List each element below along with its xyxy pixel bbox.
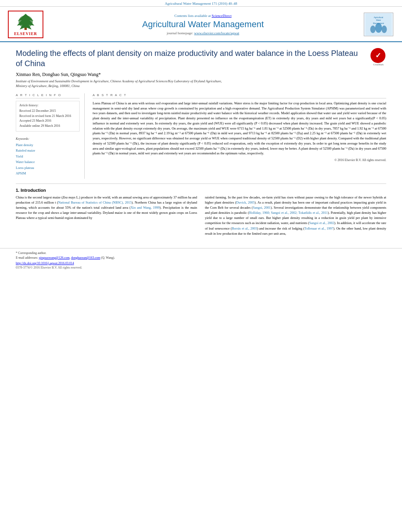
keyword-apsim: APSIM (16, 171, 80, 176)
article-title-section: Modeling the effects of plant density on… (16, 48, 386, 69)
journal-header: ELSEVIER Contents lists available at Sci… (0, 7, 402, 42)
elsevier-logo: ELSEVIER (8, 11, 43, 38)
received-date: Received 22 December 2015 (19, 109, 76, 114)
copyright-line: © 2016 Elsevier B.V. All rights reserved… (93, 158, 386, 162)
crossmark-icon: ✓ (370, 48, 385, 63)
homepage-url[interactable]: www.elsevier.com/locate/agwat (194, 31, 239, 35)
journal-header-center: Contents lists available at ScienceDirec… (49, 14, 357, 35)
online-date: Available online 29 March 2016 (19, 124, 76, 129)
svg-point-9 (382, 26, 387, 33)
sciencedirect-anchor[interactable]: ScienceDirect (212, 14, 231, 18)
footer: * Corresponding author. E-mail addresses… (0, 248, 402, 269)
holliday-link[interactable]: Holliday, 1960; Sangoi et al., 2002; Tok… (249, 211, 328, 215)
intro-left-column: China is the second largest maize (Zea m… (16, 195, 197, 236)
corresponding-author-note: * Corresponding author. (16, 251, 386, 256)
article-history-block: Article history: Received 22 December 20… (16, 101, 80, 132)
main-content: Modeling the effects of plant density on… (0, 42, 402, 240)
svg-text:Water: Water (376, 19, 381, 21)
keywords-block: Keywords: Plant density Rainfed maize Yi… (16, 135, 80, 179)
journal-title: Agricultural Water Management (49, 19, 357, 30)
email-addresses: E-mail addresses: qingsuowang@126.com, d… (16, 256, 386, 260)
svg-point-7 (370, 26, 375, 33)
introduction-section: China is the second largest maize (Zea m… (16, 195, 386, 236)
tollenaar-link[interactable]: Tollenaar et al., 1997 (304, 226, 333, 230)
crossmark-badge: ✓ CrossMark (370, 48, 386, 64)
introduction-heading: 1. Introduction (16, 188, 386, 193)
intro-left-text: China is the second largest maize (Zea m… (16, 195, 197, 221)
history-label: Article history: (19, 104, 76, 107)
doi-link[interactable]: http://dx.doi.org/10.1016/j.agwat.2016.0… (16, 261, 386, 265)
email1-link[interactable]: qingsuowang@126.com (39, 256, 70, 260)
elsevier-brand-text: ELSEVIER (14, 32, 37, 36)
issn-text: 0378-3774/© 2016 Elsevier B.V. All right… (16, 266, 386, 269)
revised-date: Received in revised form 21 March 2016 (19, 114, 76, 119)
article-info-column: A R T I C L E I N F O Article history: R… (16, 93, 85, 179)
svg-point-8 (375, 23, 382, 33)
abstract-column: A B S T R A C T Loess Plateau of China i… (93, 93, 386, 179)
abstract-label: A B S T R A C T (93, 93, 386, 98)
sangoi-link[interactable]: Sangoi, 2001 (253, 206, 270, 209)
authors: Xinmao Ren, Dongbao Sun, Qingsuo Wang* (16, 72, 386, 78)
xin-wang-link[interactable]: Xin and Wang, 1999 (130, 206, 160, 209)
elsevier-tree-icon (14, 13, 37, 31)
sangoi2002-link[interactable]: Sangoi et al., 2002 (309, 221, 334, 225)
doi-anchor[interactable]: http://dx.doi.org/10.1016/j.agwat.2016.0… (16, 261, 74, 265)
journal-homepage: journal homepage: www.elsevier.com/locat… (49, 31, 357, 35)
svg-point-2 (19, 15, 33, 28)
sciencedirect-link: Contents lists available at ScienceDirec… (49, 14, 357, 18)
duvick-link[interactable]: Duvick, 2005 (236, 200, 255, 204)
accepted-date: Accepted 23 March 2016 (19, 119, 76, 124)
borras-link[interactable]: Borrás et al., 2003 (232, 226, 257, 230)
affiliation: Institute of Environment and Sustainable… (16, 79, 386, 89)
nbsc-link[interactable]: National Bureau of Statistics of China (… (58, 200, 131, 204)
keyword-plant-density: Plant density (16, 142, 80, 148)
keywords-label: Keywords: (16, 137, 80, 141)
article-info-label: A R T I C L E I N F O (16, 93, 80, 98)
keyword-water-balance: Water balance (16, 159, 80, 165)
keyword-loess-plateau: Loess plateau (16, 165, 80, 171)
email2-link[interactable]: donghaosun@163.com (71, 256, 100, 260)
article-info-abstract-section: A R T I C L E I N F O Article history: R… (16, 93, 386, 179)
section-divider (16, 184, 386, 184)
abstract-text: Loess Plateau of China is an area with s… (93, 101, 386, 156)
keyword-rainfed-maize: Rainfed maize (16, 148, 80, 153)
intro-right-column: rainfed farming. In the past few decades… (205, 195, 386, 236)
svg-text:Agricultural: Agricultural (374, 17, 383, 19)
article-title: Modeling the effects of plant density on… (16, 48, 367, 69)
journal-logo: Agricultural Water Management (363, 13, 394, 36)
intro-right-text: rainfed farming. In the past few decades… (205, 195, 386, 236)
journal-logo-image: Agricultural Water Management (364, 13, 393, 36)
journal-reference: Agricultural Water Management 171 (2016)… (0, 0, 402, 7)
keyword-yield: Yield (16, 154, 80, 159)
